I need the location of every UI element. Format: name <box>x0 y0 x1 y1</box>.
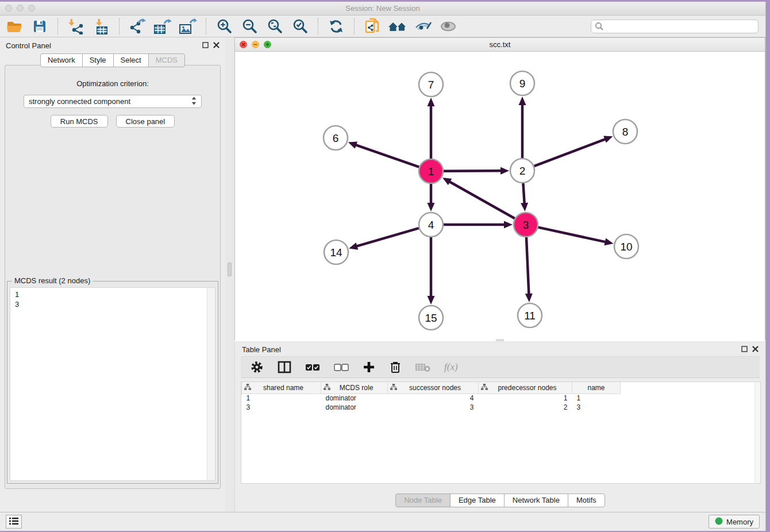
close-panel-icon[interactable] <box>213 41 220 50</box>
zoom-fit-icon[interactable] <box>265 17 284 36</box>
float-table-panel-icon[interactable] <box>741 345 748 354</box>
tab-mcds[interactable]: MCDS <box>148 53 185 67</box>
cell-name[interactable]: 3 <box>572 403 621 412</box>
network-maximize-icon[interactable] <box>264 41 271 50</box>
graph-node-14[interactable]: 14 <box>324 240 348 264</box>
tab-node-table[interactable]: Node Table <box>395 494 451 507</box>
add-row-icon[interactable] <box>363 361 375 373</box>
cell-name[interactable]: 1 <box>572 394 621 403</box>
splitter-grip-icon[interactable] <box>228 263 232 276</box>
cell-successor-nodes[interactable]: 4 <box>388 394 479 403</box>
table-scrollbar[interactable] <box>754 382 760 483</box>
graph-edge[interactable] <box>349 228 419 249</box>
graph-node-9[interactable]: 9 <box>510 71 534 95</box>
graph-node-15[interactable]: 15 <box>419 306 443 330</box>
graph-node-7[interactable]: 7 <box>419 72 443 97</box>
task-history-button[interactable] <box>6 515 22 529</box>
export-image-icon[interactable] <box>178 17 198 36</box>
graph-edge[interactable] <box>428 98 435 159</box>
graph-edge[interactable] <box>428 237 435 304</box>
search-input[interactable] <box>591 20 759 33</box>
tab-network-table[interactable]: Network Table <box>504 494 568 507</box>
delete-row-icon[interactable] <box>389 360 402 374</box>
graph-node-2[interactable]: 2 <box>510 159 534 183</box>
cell-successor-nodes[interactable]: 3 <box>388 403 479 412</box>
tab-edge-table[interactable]: Edge Table <box>450 494 505 507</box>
graph-node-3[interactable]: 3 <box>514 213 538 237</box>
control-panel: Control Panel Network Style Select MCDS … <box>0 37 225 512</box>
open-session-icon[interactable] <box>5 17 24 36</box>
column-header-name[interactable]: name <box>572 382 621 394</box>
zoom-in-icon[interactable] <box>214 17 234 36</box>
table-row[interactable]: 1 dominator 4 1 1 <box>242 394 621 403</box>
result-scrollbar[interactable] <box>207 288 215 480</box>
tab-motifs[interactable]: Motifs <box>568 494 605 507</box>
network-minimize-icon[interactable] <box>252 41 259 50</box>
network-canvas[interactable]: 1234678910111415 <box>235 52 765 341</box>
graph-edge[interactable] <box>519 97 526 158</box>
import-table-icon[interactable] <box>91 17 111 36</box>
graph-node-1[interactable]: 1 <box>419 159 443 183</box>
split-view-icon[interactable] <box>278 361 291 373</box>
table-row[interactable]: 3 dominator 3 2 3 <box>242 403 621 412</box>
cell-shared-name[interactable]: 1 <box>242 394 321 403</box>
minimize-window-icon[interactable] <box>17 5 24 11</box>
import-network-icon[interactable] <box>66 17 86 36</box>
close-window-icon[interactable] <box>5 5 12 11</box>
column-header-predecessor-nodes[interactable]: predecessor nodes <box>479 382 572 394</box>
column-header-mcds-role[interactable]: MCDS role <box>321 382 388 394</box>
gear-icon[interactable] <box>250 360 264 374</box>
export-table-icon[interactable] <box>153 17 172 36</box>
graph-edge[interactable] <box>348 141 419 167</box>
graph-node-8[interactable]: 8 <box>613 119 637 144</box>
export-network-icon[interactable] <box>128 17 147 36</box>
criterion-select[interactable]: strongly connected component <box>24 95 202 108</box>
table-header-row[interactable]: shared name MCDS role successor nodes pr… <box>242 382 621 394</box>
graph-edge[interactable] <box>534 136 613 166</box>
graph-edge[interactable] <box>538 228 613 246</box>
cell-predecessor-nodes[interactable]: 2 <box>479 403 572 412</box>
graph-node-6[interactable]: 6 <box>324 126 348 150</box>
network-close-icon[interactable] <box>240 41 247 50</box>
panel-splitter[interactable] <box>225 37 234 512</box>
deselect-all-icon[interactable] <box>334 364 349 371</box>
select-all-icon[interactable] <box>305 364 320 371</box>
save-session-icon[interactable] <box>30 17 49 36</box>
tab-select[interactable]: Select <box>113 53 149 67</box>
graph-edge[interactable] <box>521 183 528 211</box>
hide-panel-icon[interactable] <box>413 17 433 36</box>
graph-node-4[interactable]: 4 <box>419 213 443 237</box>
close-table-panel-icon[interactable] <box>752 345 759 354</box>
run-mcds-button[interactable]: Run MCDS <box>51 115 108 128</box>
graph[interactable]: 1234678910111415 <box>235 52 765 340</box>
zoom-selected-icon[interactable] <box>290 17 310 36</box>
refresh-icon[interactable] <box>326 17 346 36</box>
tab-style[interactable]: Style <box>82 53 114 67</box>
node-table[interactable]: shared name MCDS role successor nodes pr… <box>241 381 761 484</box>
resize-grip-icon[interactable] <box>496 339 504 341</box>
column-header-shared-name[interactable]: shared name <box>242 382 321 394</box>
network-window-titlebar[interactable]: scc.txt <box>235 38 765 52</box>
float-panel-icon[interactable] <box>202 41 209 50</box>
cell-mcds-role[interactable]: dominator <box>321 403 388 412</box>
graph-edge[interactable] <box>442 178 515 218</box>
clone-network-icon[interactable] <box>363 17 382 36</box>
tab-network[interactable]: Network <box>40 53 83 67</box>
graph-edge[interactable] <box>444 221 513 229</box>
zoom-window-icon[interactable] <box>28 5 35 11</box>
memory-button[interactable]: Memory <box>709 515 760 529</box>
graph-edge[interactable] <box>428 184 435 211</box>
zoom-out-icon[interactable] <box>240 17 259 36</box>
graph-edge[interactable] <box>525 237 533 302</box>
show-panel-icon[interactable] <box>438 17 458 36</box>
first-neighbors-icon[interactable] <box>388 17 407 36</box>
cell-shared-name[interactable]: 3 <box>242 403 321 412</box>
graph-node-10[interactable]: 10 <box>614 234 638 259</box>
close-panel-button[interactable]: Close panel <box>116 115 175 128</box>
graph-node-11[interactable]: 11 <box>518 303 542 327</box>
cell-mcds-role[interactable]: dominator <box>321 394 388 403</box>
mcds-result-area[interactable]: 1 3 <box>10 287 215 481</box>
column-header-successor-nodes[interactable]: successor nodes <box>388 382 479 394</box>
cell-predecessor-nodes[interactable]: 1 <box>479 394 572 403</box>
graph-edge[interactable] <box>444 167 509 175</box>
